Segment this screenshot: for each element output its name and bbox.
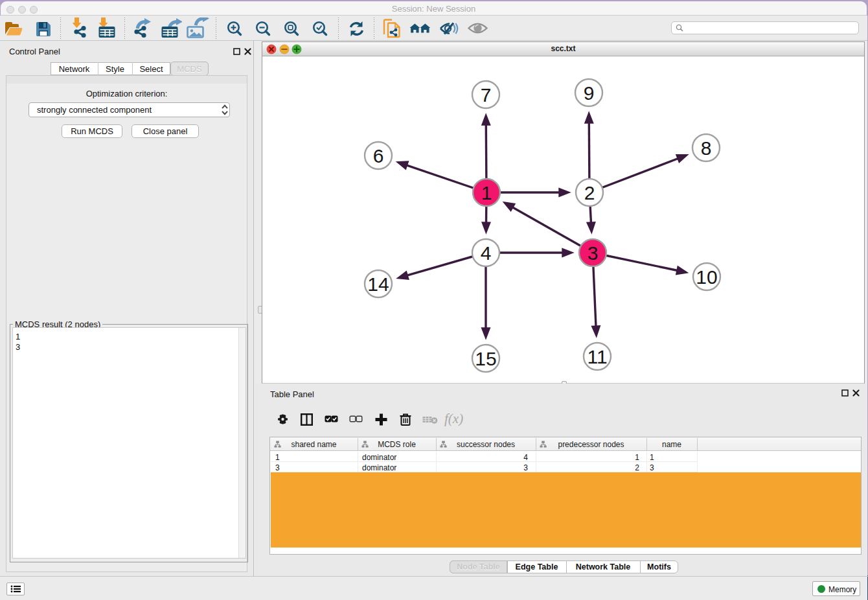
- svg-text:14: 14: [367, 273, 389, 295]
- svg-text:10: 10: [696, 266, 717, 288]
- svg-text:9: 9: [584, 82, 595, 104]
- svg-text:4: 4: [481, 242, 492, 264]
- svg-text:7: 7: [481, 84, 492, 106]
- svg-text:8: 8: [701, 137, 712, 159]
- svg-text:2: 2: [584, 182, 595, 203]
- svg-text:11: 11: [587, 346, 607, 367]
- svg-text:3: 3: [588, 242, 599, 264]
- svg-text:15: 15: [475, 348, 496, 369]
- svg-text:1: 1: [481, 182, 492, 203]
- svg-text:6: 6: [373, 145, 384, 167]
